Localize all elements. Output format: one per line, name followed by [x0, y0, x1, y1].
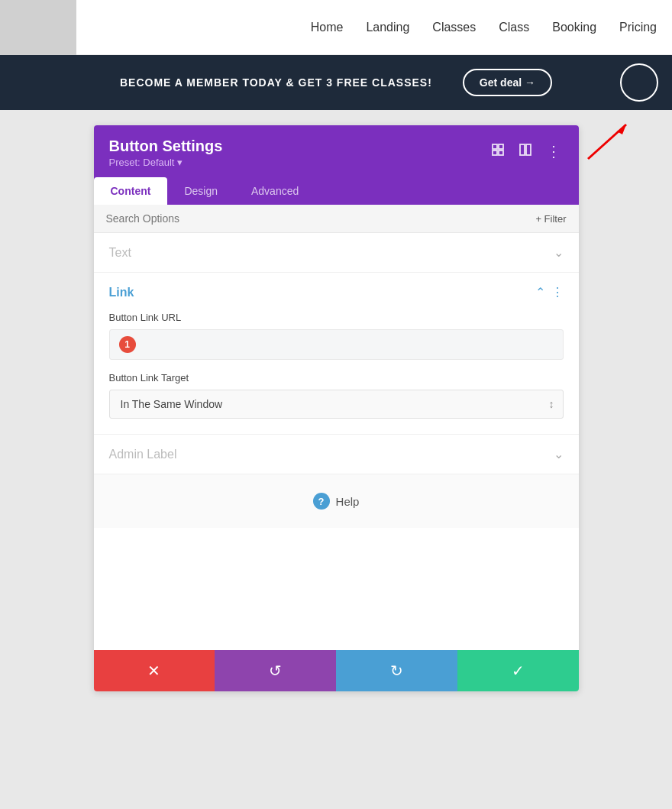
url-field-label: Button Link URL [109, 312, 564, 323]
bottom-filler [94, 528, 579, 650]
undo-button[interactable]: ↺ [215, 650, 336, 691]
main-area: Button Settings Preset: Default ▾ [0, 110, 672, 707]
svg-rect-6 [520, 144, 525, 155]
panel-more-icon[interactable]: ⋮ [544, 141, 564, 162]
admin-label-title: Admin Label [109, 448, 177, 461]
text-section: Text ⌄ [94, 233, 579, 273]
text-chevron-icon: ⌄ [554, 245, 564, 260]
filter-button[interactable]: + Filter [535, 213, 566, 225]
nav-home[interactable]: Home [311, 21, 344, 34]
link-section-title: Link [109, 286, 134, 299]
promo-banner: BECOME A MEMBER TODAY & GET 3 FREE CLASS… [0, 55, 672, 110]
panel-columns-icon[interactable] [517, 141, 534, 161]
nav-classes[interactable]: Classes [432, 21, 476, 34]
nav-pricing[interactable]: Pricing [619, 21, 657, 34]
settings-panel: Button Settings Preset: Default ▾ [94, 125, 579, 691]
save-button[interactable]: ✓ [457, 650, 579, 691]
panel-expand-icon[interactable] [489, 141, 506, 161]
panel-title: Button Settings [109, 138, 489, 155]
nav-logo-placeholder [0, 0, 76, 55]
red-arrow-annotation [580, 121, 634, 170]
url-badge: 1 [119, 336, 136, 353]
text-section-header[interactable]: Text ⌄ [94, 233, 579, 272]
link-section-more-icon[interactable]: ⋮ [551, 285, 564, 299]
target-field-label: Button Link Target [109, 372, 564, 383]
svg-rect-7 [526, 144, 531, 155]
banner-circle-decoration [620, 63, 658, 102]
tab-design[interactable]: Design [167, 177, 234, 205]
link-section: Link ⌃ ⋮ Button Link URL 1 Button Link T… [94, 273, 579, 435]
help-icon: ? [313, 493, 330, 510]
target-select[interactable]: In The Same Window In A New Window [109, 390, 564, 419]
redo-button[interactable]: ↻ [336, 650, 457, 691]
tab-advanced[interactable]: Advanced [234, 177, 315, 205]
help-button[interactable]: ? Help [313, 493, 360, 510]
url-text-input[interactable] [142, 338, 554, 351]
text-section-title: Text [109, 246, 131, 260]
link-section-icons: ⌃ ⋮ [535, 285, 564, 299]
admin-chevron-icon: ⌄ [554, 447, 564, 461]
link-section-content: Button Link URL 1 Button Link Target In … [94, 312, 579, 434]
url-input-row: 1 [109, 329, 564, 360]
admin-label-section: Admin Label ⌄ [94, 435, 579, 474]
panel-header-row: Button Settings Preset: Default ▾ [109, 138, 564, 177]
panel-header: Button Settings Preset: Default ▾ [94, 125, 579, 177]
svg-rect-3 [499, 144, 503, 149]
target-select-wrapper: In The Same Window In A New Window ↕ [109, 390, 564, 419]
nav-links: Home Landing Classes Class Booking Prici… [311, 21, 657, 34]
svg-rect-2 [493, 144, 497, 149]
help-label: Help [336, 495, 360, 508]
svg-rect-4 [493, 150, 497, 155]
help-section: ? Help [94, 474, 579, 528]
cancel-button[interactable]: ✕ [94, 650, 215, 691]
tab-content[interactable]: Content [94, 177, 168, 205]
nav-landing[interactable]: Landing [366, 21, 409, 34]
panel-tabs: Content Design Advanced [94, 177, 579, 205]
nav-class[interactable]: Class [499, 21, 529, 34]
nav-booking[interactable]: Booking [552, 21, 596, 34]
search-input[interactable] [106, 212, 536, 225]
svg-rect-5 [499, 150, 503, 155]
admin-label-section-header[interactable]: Admin Label ⌄ [94, 435, 579, 474]
footer-buttons: ✕ ↺ ↻ ✓ [94, 650, 579, 691]
top-nav: Home Landing Classes Class Booking Prici… [0, 0, 672, 55]
banner-text: BECOME A MEMBER TODAY & GET 3 FREE CLASS… [120, 76, 432, 89]
link-section-collapse-icon[interactable]: ⌃ [535, 285, 545, 299]
search-bar: + Filter [94, 205, 579, 233]
link-section-header[interactable]: Link ⌃ ⋮ [94, 273, 579, 312]
panel-preset[interactable]: Preset: Default ▾ [109, 157, 489, 168]
get-deal-button[interactable]: Get deal → [463, 69, 552, 96]
